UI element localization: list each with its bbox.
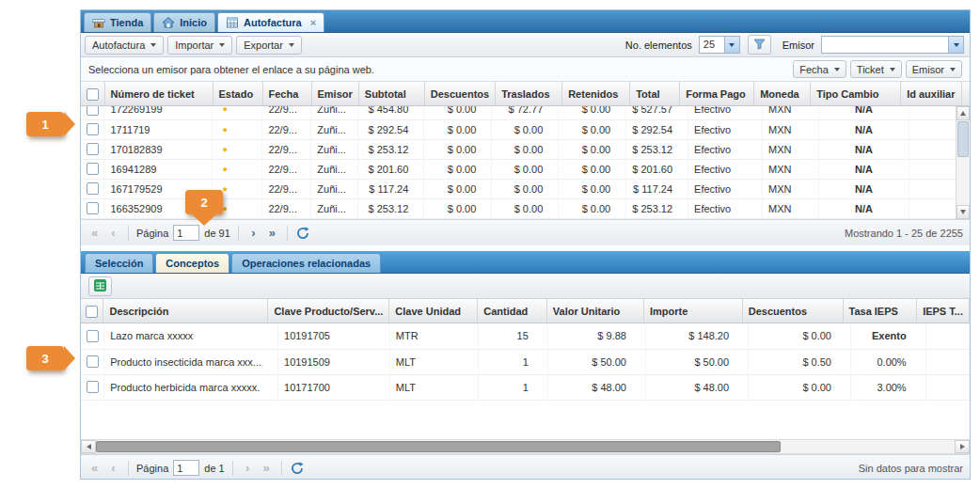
checkbox-icon[interactable] xyxy=(87,381,99,393)
cell: MXN xyxy=(763,119,819,139)
row-select-cell[interactable] xyxy=(81,119,104,139)
page-input[interactable] xyxy=(173,460,199,476)
column-header-descuentos[interactable]: Descuentos xyxy=(742,299,843,323)
column-header-retenidos[interactable]: Retenidos xyxy=(562,82,630,105)
next-page-button[interactable]: › xyxy=(241,462,255,474)
prev-page-button[interactable]: ‹ xyxy=(106,227,120,239)
row-select-cell[interactable] xyxy=(81,374,104,400)
excel-icon xyxy=(93,278,107,294)
row-select-cell[interactable] xyxy=(81,106,104,119)
checkbox-icon[interactable] xyxy=(87,106,99,116)
tab-operaciones-relacionadas[interactable]: Operaciones relacionadas xyxy=(231,253,381,273)
checkbox-icon[interactable] xyxy=(87,330,99,342)
column-header-clave-unidad[interactable]: Clave Unidad xyxy=(389,299,478,323)
tab-label: Selección xyxy=(95,258,143,269)
column-header-moneda[interactable]: Moneda xyxy=(754,82,811,105)
elements-combo[interactable]: 25 xyxy=(699,36,740,54)
tab-conceptos[interactable]: Conceptos xyxy=(155,253,229,273)
column-header-descuentos[interactable]: Descuentos xyxy=(424,82,495,105)
chevron-down-icon[interactable] xyxy=(948,37,963,53)
cell: $ 0.00 xyxy=(749,323,851,349)
table-row[interactable]: Lazo marca xxxxx10191705MTR15$ 9.88$ 148… xyxy=(81,323,970,349)
scroll-right-arrow[interactable] xyxy=(955,440,970,453)
select-all-checkbox[interactable] xyxy=(81,82,104,105)
first-page-button[interactable]: « xyxy=(87,227,102,239)
last-page-button[interactable]: » xyxy=(265,227,279,239)
table-row[interactable]: 16941289●22/9...Zuñi...$ 201.60$ 0.00$ 0… xyxy=(81,159,970,179)
emisor-combo[interactable] xyxy=(821,36,964,54)
clear-filter-button[interactable] xyxy=(748,35,771,55)
scroll-up-arrow[interactable] xyxy=(956,106,970,120)
column-header-fecha[interactable]: Fecha xyxy=(262,82,311,105)
scrollbar-track[interactable] xyxy=(956,158,970,205)
vertical-scrollbar[interactable] xyxy=(956,106,970,219)
refresh-button[interactable] xyxy=(295,225,311,241)
scrollbar-track[interactable] xyxy=(781,440,955,453)
next-page-button[interactable]: › xyxy=(246,227,261,239)
checkbox-icon[interactable] xyxy=(87,355,99,368)
table-row[interactable]: Producto herbicida marca xxxxx.10171700M… xyxy=(81,374,970,400)
horizontal-scrollbar[interactable] xyxy=(81,439,970,454)
column-header-estado[interactable]: Estado xyxy=(213,82,262,105)
refresh-button[interactable] xyxy=(290,460,306,476)
column-header-clave-producto-serv[interactable]: Clave Producto/Serv... xyxy=(268,299,389,323)
cell xyxy=(925,323,969,349)
page-input[interactable] xyxy=(173,225,199,241)
scrollbar-thumb[interactable] xyxy=(96,441,781,452)
column-header-cantidad[interactable]: Cantidad xyxy=(478,299,547,323)
page-label: Página xyxy=(136,463,168,474)
close-icon[interactable]: × xyxy=(310,18,316,28)
checkbox-icon[interactable] xyxy=(87,202,99,214)
checkbox-icon[interactable] xyxy=(87,88,99,101)
table-row[interactable]: 172269199●22/9...Zuñi...$ 454.80$ 0.00$ … xyxy=(81,106,970,119)
checkbox-icon[interactable] xyxy=(87,123,99,135)
column-header-id-auxiliar[interactable]: Id auxiliar xyxy=(901,82,961,105)
column-header-forma-pago[interactable]: Forma Pago xyxy=(680,82,754,105)
last-page-button[interactable]: » xyxy=(260,462,274,474)
tab-inicio[interactable]: Inicio xyxy=(153,12,215,32)
column-header-tipo-cambio[interactable]: Tipo Cambio xyxy=(811,82,901,105)
chevron-glyph xyxy=(954,43,959,47)
table-row[interactable]: 170182839●22/9...Zuñi...$ 253.12$ 0.00$ … xyxy=(81,139,970,159)
checkbox-icon[interactable] xyxy=(87,143,99,155)
row-select-cell[interactable] xyxy=(81,159,104,179)
tab-seleccion[interactable]: Selección xyxy=(85,253,153,273)
filter-button-ticket[interactable]: Ticket xyxy=(850,60,902,78)
column-header-ieps-t[interactable]: IEPS T... xyxy=(917,299,970,323)
filter-button-fecha[interactable]: Fecha xyxy=(793,60,846,78)
checkbox-icon[interactable] xyxy=(87,182,99,195)
select-all-checkbox[interactable] xyxy=(81,299,103,323)
first-page-button[interactable]: « xyxy=(87,462,102,474)
tab-tienda[interactable]: Tienda xyxy=(84,12,151,32)
row-select-cell[interactable] xyxy=(81,179,104,198)
scrollbar-thumb[interactable] xyxy=(957,121,969,157)
table-row[interactable]: 1711719●22/9...Zuñi...$ 292.54$ 0.00$ 0.… xyxy=(81,119,970,139)
scroll-down-arrow[interactable] xyxy=(956,205,970,219)
checkbox-icon[interactable] xyxy=(86,306,98,318)
chevron-down-icon[interactable] xyxy=(724,37,739,53)
menu-button-importar[interactable]: Importar xyxy=(167,36,232,55)
prev-page-button[interactable]: ‹ xyxy=(106,462,120,474)
tab-autofactura[interactable]: Autofactura × xyxy=(217,12,324,32)
column-header-valor-unitario[interactable]: Valor Unitario xyxy=(546,299,643,323)
menu-button-autofactura[interactable]: Autofactura xyxy=(85,36,164,55)
table-row[interactable]: Producto insecticida marca xxx...1019150… xyxy=(81,349,970,374)
menu-button-exportar[interactable]: Exportar xyxy=(236,36,302,55)
row-select-cell[interactable] xyxy=(81,139,104,159)
column-header-total[interactable]: Total xyxy=(630,82,680,105)
row-select-cell[interactable] xyxy=(81,198,104,218)
cell: $ 0.00 xyxy=(424,198,492,218)
column-header-importe[interactable]: Importe xyxy=(643,299,742,323)
column-header-n-mero-de-ticket[interactable]: Número de ticket xyxy=(104,82,213,105)
column-header-emisor[interactable]: Emisor xyxy=(311,82,358,105)
scroll-left-arrow[interactable] xyxy=(81,440,96,453)
row-select-cell[interactable] xyxy=(81,323,104,349)
column-header-subtotal[interactable]: Subtotal xyxy=(358,82,424,105)
row-select-cell[interactable] xyxy=(81,349,104,374)
filter-button-emisor[interactable]: Emisor xyxy=(906,60,962,78)
export-excel-button[interactable] xyxy=(88,276,112,296)
column-header-tasa-ieps[interactable]: Tasa IEPS xyxy=(843,299,917,323)
column-header-traslados[interactable]: Traslados xyxy=(496,82,562,105)
checkbox-icon[interactable] xyxy=(87,163,99,175)
column-header-descripci-n[interactable]: Descripción xyxy=(103,299,268,323)
